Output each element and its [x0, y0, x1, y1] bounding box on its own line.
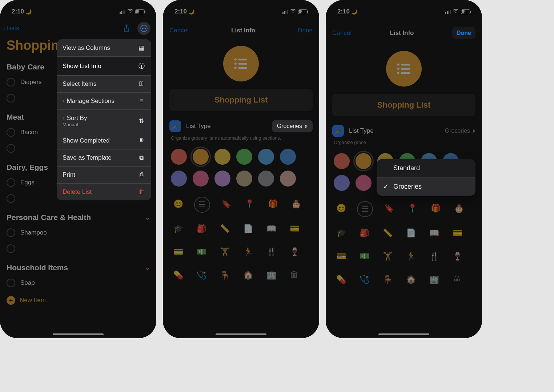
list-name-field[interactable]: Shopping List — [332, 94, 475, 116]
pills-icon[interactable]: 💊 — [171, 268, 185, 283]
house-icon[interactable]: 🏠 — [404, 272, 418, 287]
smiley-icon[interactable]: 😊 — [171, 197, 185, 211]
pin-icon[interactable]: 📍 — [242, 197, 257, 211]
checkbox-icon[interactable] — [7, 144, 15, 153]
checkbox-icon[interactable] — [7, 279, 15, 287]
document-icon[interactable]: 📄 — [241, 221, 255, 236]
wallet-icon[interactable]: 💳 — [450, 226, 465, 240]
menu-sort-by[interactable]: ‹Sort ByManual ⇅ — [57, 109, 151, 132]
book-icon[interactable]: 📖 — [264, 221, 278, 236]
dropdown-option-standard[interactable]: Standard — [377, 159, 475, 177]
cake-icon[interactable]: 🎂 — [289, 197, 303, 211]
list-name-field[interactable]: Shopping List — [169, 89, 313, 111]
new-item-button[interactable]: +New Item — [0, 291, 156, 310]
fork-icon[interactable]: 🍴 — [427, 249, 441, 264]
money-icon[interactable]: 💵 — [194, 245, 209, 259]
menu-print[interactable]: Print ⎙ — [57, 166, 151, 183]
chevron-down-icon[interactable]: ⌄ — [145, 264, 150, 271]
bookmark-icon[interactable]: 🔖 — [382, 201, 396, 216]
color-swatch-selected[interactable] — [193, 149, 209, 165]
pin-icon[interactable]: 📍 — [405, 201, 419, 216]
done-button[interactable]: Done — [298, 27, 313, 34]
dumbbell-icon[interactable]: 🏋 — [217, 245, 232, 259]
color-swatch[interactable] — [258, 171, 274, 187]
wine-icon[interactable]: 🍷 — [450, 249, 465, 264]
menu-view-columns[interactable]: View as Columns ▦ — [57, 39, 151, 56]
color-swatch[interactable] — [214, 171, 230, 187]
menu-show-list-info[interactable]: Show List Info ⓘ — [57, 56, 151, 75]
chair-icon[interactable]: 🪑 — [217, 268, 232, 283]
cancel-button[interactable]: Cancel — [332, 29, 352, 37]
pills-icon[interactable]: 💊 — [334, 272, 348, 287]
share-icon[interactable] — [121, 23, 132, 34]
graduation-icon[interactable]: 🎓 — [171, 221, 185, 236]
dropdown-option-groceries[interactable]: ✓ Groceries — [377, 177, 475, 196]
list-bullets-icon[interactable]: ☰ — [357, 201, 373, 217]
bookmark-icon[interactable]: 🔖 — [219, 197, 233, 211]
cake-icon[interactable]: 🎂 — [451, 201, 466, 216]
checkbox-icon[interactable] — [7, 94, 15, 103]
home-indicator[interactable] — [53, 333, 104, 335]
smiley-icon[interactable]: 😊 — [334, 201, 348, 216]
color-swatch[interactable] — [334, 153, 350, 169]
creditcard-icon[interactable]: 💳 — [171, 245, 185, 259]
dumbbell-icon[interactable]: 🏋 — [380, 249, 395, 264]
menu-show-completed[interactable]: Show Completed 👁 — [57, 132, 151, 149]
chevron-down-icon[interactable]: ⌄ — [145, 214, 150, 221]
color-swatch[interactable] — [236, 149, 252, 165]
running-icon[interactable]: 🏃 — [241, 245, 255, 259]
document-icon[interactable]: 📄 — [404, 226, 418, 240]
menu-save-template[interactable]: Save as Template ⧉ — [57, 149, 151, 166]
book-icon[interactable]: 📖 — [427, 226, 441, 240]
home-indicator[interactable] — [378, 333, 429, 335]
home-indicator[interactable] — [216, 333, 266, 335]
chair-icon[interactable]: 🪑 — [380, 272, 395, 287]
ruler-icon[interactable]: 📏 — [380, 226, 395, 240]
gift-icon[interactable]: 🎁 — [265, 197, 280, 211]
graduation-icon[interactable]: 🎓 — [334, 226, 348, 240]
building-icon[interactable]: 🏢 — [427, 272, 441, 287]
stethoscope-icon[interactable]: 🩺 — [194, 268, 209, 283]
checkbox-icon[interactable] — [7, 128, 15, 137]
checkbox-icon[interactable] — [7, 228, 15, 237]
bank-icon[interactable]: 🏛 — [450, 272, 465, 287]
color-swatch[interactable] — [171, 171, 187, 187]
creditcard-icon[interactable]: 💳 — [334, 249, 348, 264]
checkbox-icon[interactable] — [7, 194, 15, 203]
gift-icon[interactable]: 🎁 — [428, 201, 443, 216]
fork-icon[interactable]: 🍴 — [264, 245, 278, 259]
backpack-icon[interactable]: 🎒 — [194, 221, 209, 236]
back-lists-button[interactable]: ‹ Lists — [4, 25, 19, 32]
list-type-picker[interactable]: Groceries ▲▼ — [445, 128, 475, 134]
color-swatch[interactable] — [334, 175, 350, 191]
list-item[interactable]: Shampoo — [0, 225, 156, 241]
color-swatch[interactable] — [356, 175, 372, 191]
color-swatch[interactable] — [193, 171, 209, 187]
menu-manage-sections[interactable]: ‹Manage Sections ≡ — [57, 92, 151, 109]
color-swatch-selected[interactable] — [356, 153, 372, 169]
color-swatch[interactable] — [171, 149, 187, 165]
bank-icon[interactable]: 🏛 — [287, 268, 302, 283]
checkbox-icon[interactable] — [7, 78, 15, 87]
wallet-icon[interactable]: 💳 — [287, 221, 302, 236]
color-swatch[interactable] — [280, 171, 296, 187]
running-icon[interactable]: 🏃 — [404, 249, 418, 264]
money-icon[interactable]: 💵 — [357, 249, 372, 264]
list-item[interactable]: Soap — [0, 275, 156, 291]
cancel-button[interactable]: Cancel — [169, 27, 189, 34]
list-item-empty[interactable] — [0, 241, 156, 257]
color-swatch[interactable] — [214, 149, 230, 165]
menu-delete-list[interactable]: Delete List 🗑 — [57, 183, 151, 200]
checkbox-icon[interactable] — [7, 178, 15, 187]
done-button[interactable]: Done — [452, 27, 475, 39]
building-icon[interactable]: 🏢 — [264, 268, 278, 283]
house-icon[interactable]: 🏠 — [241, 268, 255, 283]
list-bullets-icon[interactable]: ☰ — [194, 197, 210, 213]
ruler-icon[interactable]: 📏 — [217, 221, 232, 236]
menu-select-items[interactable]: Select Items ✓⃝ — [57, 75, 151, 92]
stethoscope-icon[interactable]: 🩺 — [357, 272, 372, 287]
checkbox-icon[interactable] — [7, 244, 15, 253]
wine-icon[interactable]: 🍷 — [287, 245, 302, 259]
color-swatch[interactable] — [236, 171, 252, 187]
color-swatch[interactable] — [258, 149, 274, 165]
